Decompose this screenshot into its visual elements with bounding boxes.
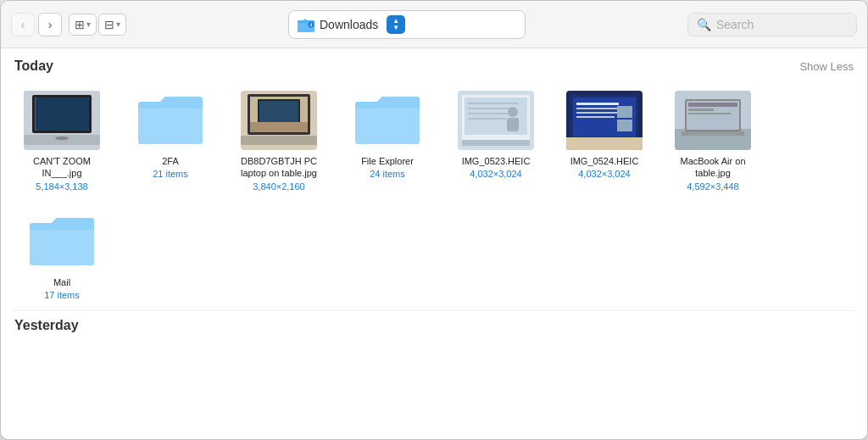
svg-rect-10 (37, 100, 86, 105)
file-thumbnail (458, 91, 534, 150)
file-meta: 24 items (370, 169, 405, 179)
svg-rect-32 (462, 140, 530, 146)
svg-rect-6 (35, 97, 89, 131)
back-button[interactable]: ‹ (11, 13, 35, 36)
file-thumbnail (566, 91, 643, 150)
svg-rect-14 (37, 118, 71, 120)
location-title: Downloads (320, 18, 378, 31)
svg-rect-40 (566, 137, 643, 150)
today-section-title: Today (14, 58, 53, 74)
file-name: Mail (53, 276, 70, 288)
list-item[interactable]: Mail 17 items (11, 205, 113, 307)
svg-rect-21 (250, 122, 308, 132)
svg-rect-26 (468, 103, 519, 104)
svg-rect-28 (468, 113, 510, 114)
list-item[interactable]: MacBook Air on table.jpg 4,592×3,448 (662, 84, 764, 198)
svg-text:⬇: ⬇ (309, 22, 313, 27)
svg-rect-5 (32, 95, 92, 133)
svg-rect-41 (617, 106, 632, 118)
svg-rect-9 (36, 98, 88, 130)
svg-rect-22 (241, 136, 317, 145)
folder-thumbnail (349, 91, 426, 150)
svg-rect-50 (688, 113, 731, 114)
file-meta: 21 items (153, 169, 188, 179)
file-meta: 3,840×2,160 (253, 181, 304, 192)
today-files-grid: CAN'T ZOOM IN___.jpg 5,184×3,138 2FA 21 … (11, 81, 857, 310)
toolbar: ‹ › ⊞ ▾ ⊟ ▾ (1, 1, 867, 48)
svg-point-8 (55, 136, 69, 140)
icon-view-chevron: ▾ (86, 19, 91, 29)
search-input[interactable] (716, 18, 835, 31)
search-icon: 🔍 (697, 18, 711, 31)
forward-icon: › (48, 18, 53, 31)
svg-rect-31 (507, 118, 519, 131)
folder-thumbnail (132, 91, 209, 150)
file-name: File Explorer (361, 155, 414, 167)
file-meta: 4,032×3,024 (470, 169, 521, 179)
file-name: 2FA (162, 155, 179, 167)
today-section-header: Today Show Less (11, 48, 857, 81)
view-toggle: ⊞ ▾ ⊟ ▾ (69, 14, 126, 36)
list-view-chevron: ▾ (116, 19, 120, 29)
file-name: DB8D7GBTJH PC laptop on table.jpg (233, 155, 325, 180)
svg-rect-52 (690, 133, 736, 135)
location-stepper[interactable]: ▲ ▼ (387, 15, 405, 34)
list-view-icon: ⊟ (104, 18, 114, 31)
svg-rect-27 (468, 108, 515, 109)
stepper-down: ▼ (392, 25, 399, 31)
folder-thumbnail (24, 212, 100, 271)
file-meta: 5,184×3,138 (36, 181, 87, 192)
svg-rect-42 (617, 120, 632, 131)
svg-rect-48 (688, 103, 737, 107)
file-name: MacBook Air on table.jpg (667, 155, 759, 180)
show-less-button[interactable]: Show Less (799, 60, 854, 73)
content-area: Today Show Less (1, 48, 867, 439)
list-item[interactable]: DB8D7GBTJH PC laptop on table.jpg 3,840×… (228, 84, 330, 198)
list-item[interactable]: File Explorer 24 items (337, 84, 438, 198)
svg-rect-39 (576, 116, 615, 118)
file-name: IMG_0524.HEIC (570, 155, 639, 167)
forward-button[interactable]: › (38, 13, 62, 36)
file-thumbnail (241, 91, 317, 150)
yesterday-section-header: Yesterday (11, 310, 857, 333)
svg-rect-49 (688, 109, 714, 111)
yesterday-title: Yesterday (14, 318, 79, 332)
finder-window: ‹ › ⊞ ▾ ⊟ ▾ (0, 0, 868, 440)
svg-rect-20 (259, 101, 298, 123)
icon-view-button[interactable]: ⊞ ▾ (69, 14, 97, 36)
file-thumbnail (24, 91, 100, 150)
file-name: CAN'T ZOOM IN___.jpg (16, 155, 108, 180)
icon-view-icon: ⊞ (75, 18, 85, 31)
svg-rect-38 (576, 112, 623, 114)
svg-point-30 (508, 107, 518, 117)
file-meta: 4,032×3,024 (578, 169, 630, 179)
search-bar: 🔍 (687, 13, 857, 36)
svg-rect-13 (37, 114, 75, 116)
file-thumbnail (675, 91, 751, 150)
list-item[interactable]: CAN'T ZOOM IN___.jpg 5,184×3,138 (11, 84, 113, 198)
svg-rect-36 (576, 103, 619, 105)
svg-rect-11 (37, 107, 63, 109)
file-meta: 4,592×3,448 (687, 181, 738, 192)
location-bar: ⬇ Downloads ▲ ▼ (288, 10, 526, 39)
file-meta: 17 items (44, 290, 80, 300)
list-item[interactable]: IMG_0524.HEIC 4,032×3,024 (554, 84, 655, 198)
list-item[interactable]: 2FA 21 items (120, 84, 221, 198)
list-item[interactable]: IMG_0523.HEIC 4,032×3,024 (445, 84, 547, 198)
svg-rect-12 (37, 111, 80, 113)
back-icon: ‹ (21, 18, 25, 31)
location-folder-icon: ⬇ (298, 16, 314, 33)
svg-rect-29 (468, 118, 506, 120)
file-name: IMG_0523.HEIC (462, 155, 531, 167)
nav-buttons: ‹ › (11, 13, 62, 36)
list-view-button[interactable]: ⊟ ▾ (98, 14, 126, 36)
